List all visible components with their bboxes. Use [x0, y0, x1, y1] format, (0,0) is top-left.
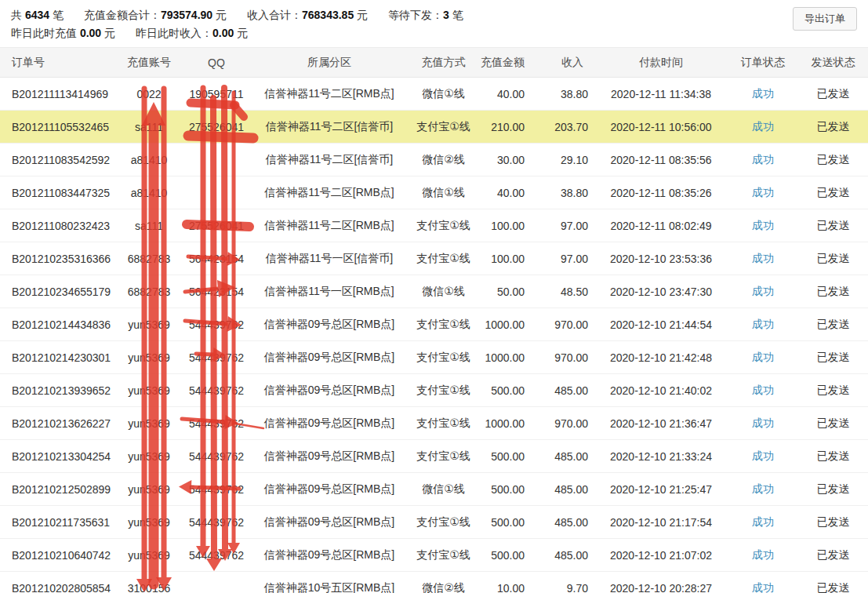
- column-header-zone: 所属分区: [252, 48, 406, 78]
- cell-amount: 500.00: [481, 473, 536, 506]
- cell-order_status: 成功: [728, 374, 798, 407]
- cell-qq: 544439762: [180, 308, 252, 341]
- cell-qq: 564423154: [180, 275, 252, 308]
- cell-income: 97.00: [536, 209, 594, 242]
- cell-order_no: B201211113414969: [0, 78, 118, 111]
- cell-order_status: 成功: [728, 506, 798, 539]
- cell-order_no: B201211080232423: [0, 209, 118, 242]
- cell-order_status: 成功: [728, 78, 798, 111]
- summary-value: 768343.85: [302, 9, 354, 21]
- cell-pay_time: 2020-12-11 08:02:49: [594, 209, 728, 242]
- table-row: B201211080232423sa111275526041信誉神器11号二区[…: [0, 209, 868, 242]
- column-header-order_status: 订单状态: [728, 48, 798, 78]
- order-status-link[interactable]: 成功: [752, 581, 774, 593]
- order-status-link[interactable]: 成功: [752, 186, 774, 198]
- cell-income: 48.50: [536, 275, 594, 308]
- order-status-link[interactable]: 成功: [752, 252, 774, 264]
- cell-zone: 信誉神器11号二区[RMB点]: [252, 209, 406, 242]
- cell-zone: 信誉神器09号总区[RMB点]: [252, 407, 406, 440]
- order-status-link[interactable]: 成功: [752, 417, 774, 429]
- column-header-method: 充值方式: [406, 48, 481, 78]
- cell-method: 支付宝①线: [406, 374, 481, 407]
- cell-income: 970.00: [536, 341, 594, 374]
- cell-income: 38.80: [536, 176, 594, 209]
- cell-send_status: 已发送: [798, 440, 868, 473]
- cell-zone: 信誉神器11号二区[RMB点]: [252, 176, 406, 209]
- cell-order_status: 成功: [728, 440, 798, 473]
- column-header-account: 充值账号: [118, 48, 180, 78]
- order-status-link[interactable]: 成功: [752, 482, 774, 495]
- column-header-income: 收入: [536, 48, 594, 78]
- cell-send_status: 已发送: [798, 539, 868, 572]
- cell-method: 微信①线: [406, 275, 481, 308]
- cell-order_status: 成功: [728, 209, 798, 242]
- order-status-link[interactable]: 成功: [752, 351, 774, 363]
- cell-pay_time: 2020-12-10 21:25:47: [594, 473, 728, 506]
- cell-method: 支付宝①线: [406, 308, 481, 341]
- cell-qq: 544439762: [180, 374, 252, 407]
- cell-account: yun5369: [118, 506, 180, 539]
- cell-income: 9.70: [536, 572, 594, 593]
- cell-method: 支付宝①线: [406, 111, 481, 144]
- order-status-link[interactable]: 成功: [752, 548, 774, 561]
- column-header-pay_time: 付款时间: [594, 48, 728, 78]
- cell-pay_time: 2020-12-10 23:47:30: [594, 275, 728, 308]
- summary-value: 6434: [25, 9, 49, 21]
- cell-order_no: B201210211735631: [0, 506, 118, 539]
- cell-method: 微信②线: [406, 572, 481, 593]
- cell-income: 29.10: [536, 144, 594, 176]
- cell-amount: 1000.00: [481, 341, 536, 374]
- table-row: B2012102028058543100156信誉神器10号五区[RMB点]微信…: [0, 572, 868, 593]
- cell-order_status: 成功: [728, 144, 798, 176]
- order-status-link[interactable]: 成功: [752, 87, 774, 100]
- summary-segment: 等待下发：3 笔: [388, 9, 463, 21]
- cell-amount: 500.00: [481, 374, 536, 407]
- order-status-link[interactable]: 成功: [752, 120, 774, 133]
- summary-value: 793574.90: [161, 9, 212, 21]
- cell-method: 微信①线: [406, 78, 481, 111]
- table-row: B201210213304254yun5369544439762信誉神器09号总…: [0, 440, 868, 473]
- table-row: B201210213939652yun5369544439762信誉神器09号总…: [0, 374, 868, 407]
- summary-line-totals: 共 6434 笔充值金额合计：793574.90 元收入合计：768343.85…: [11, 6, 868, 24]
- cell-income: 38.80: [536, 78, 594, 111]
- cell-account: sa111: [118, 209, 180, 242]
- order-status-link[interactable]: 成功: [752, 384, 774, 396]
- order-status-link[interactable]: 成功: [752, 219, 774, 231]
- cell-send_status: 已发送: [798, 341, 868, 374]
- table-row: B201210213626227yun5369544439762信誉神器09号总…: [0, 407, 868, 440]
- cell-pay_time: 2020-12-10 23:53:36: [594, 242, 728, 275]
- order-status-link[interactable]: 成功: [752, 318, 774, 330]
- order-status-link[interactable]: 成功: [752, 285, 774, 297]
- cell-order_no: B201210202805854: [0, 572, 118, 593]
- cell-send_status: 已发送: [798, 506, 868, 539]
- table-row: B201210210640742yun5369544439762信誉神器09号总…: [0, 539, 868, 572]
- cell-qq: 544439762: [180, 473, 252, 506]
- cell-order_no: B201210213626227: [0, 407, 118, 440]
- order-status-link[interactable]: 成功: [752, 449, 774, 462]
- cell-account: yun5369: [118, 341, 180, 374]
- cell-account: 3100156: [118, 572, 180, 593]
- export-orders-button[interactable]: 导出订单: [793, 7, 857, 31]
- cell-qq: 544439762: [180, 407, 252, 440]
- cell-account: yun5369: [118, 374, 180, 407]
- summary-segment: 昨日此时收入：0.00 元: [136, 27, 248, 39]
- table-row: B201211105532465sa111275526041信誉神器11号二区[…: [0, 111, 868, 144]
- cell-amount: 100.00: [481, 242, 536, 275]
- cell-pay_time: 2020-12-10 21:07:02: [594, 539, 728, 572]
- order-status-link[interactable]: 成功: [752, 515, 774, 528]
- cell-amount: 1000.00: [481, 308, 536, 341]
- cell-account: yun5369: [118, 473, 180, 506]
- cell-pay_time: 2020-12-10 21:33:24: [594, 440, 728, 473]
- cell-qq: 544439762: [180, 440, 252, 473]
- order-status-link[interactable]: 成功: [752, 153, 774, 166]
- cell-send_status: 已发送: [798, 473, 868, 506]
- cell-order_no: B201210234655179: [0, 275, 118, 308]
- cell-qq: [180, 144, 252, 176]
- cell-order_status: 成功: [728, 111, 798, 144]
- cell-income: 203.70: [536, 111, 594, 144]
- cell-account: sa111: [118, 111, 180, 144]
- cell-amount: 500.00: [481, 506, 536, 539]
- cell-pay_time: 2020-12-10 20:28:27: [594, 572, 728, 593]
- column-header-send_status: 发送状态: [798, 48, 868, 78]
- cell-income: 485.00: [536, 539, 594, 572]
